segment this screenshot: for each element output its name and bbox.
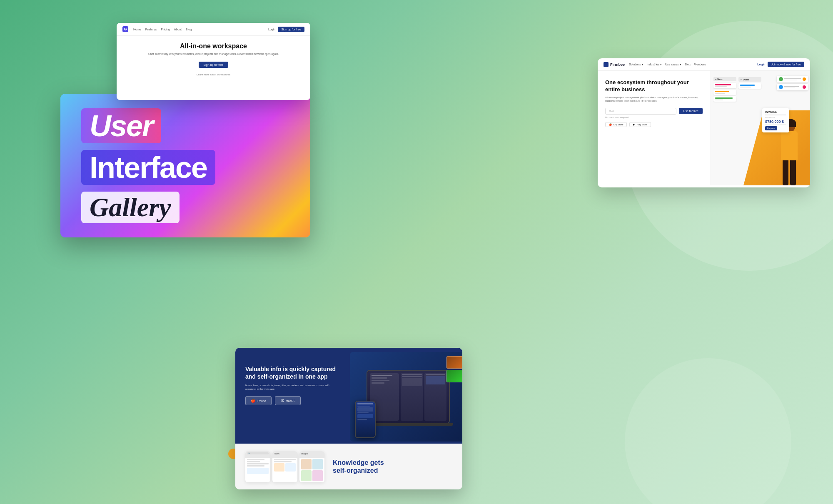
app-store-badge[interactable]: 🍎 App Store [605,122,627,127]
hint-ss-line [247,461,260,462]
firmbee-card: Firmbee Solutions ▾ Industries ▾ Use cas… [598,58,810,187]
nav-about[interactable]: About [174,28,182,31]
hint-ss-flows-body [272,458,297,482]
nav-home[interactable]: Home [133,28,141,31]
workspace-hero: All-in-one workspace Chat seamlessly wit… [117,36,310,81]
photo-thumbnails [446,356,462,382]
firmbee-navbar: Firmbee Solutions ▾ Industries ▾ Use cas… [598,58,810,71]
hint-ss-search-body [245,458,270,482]
hints-laptop-container [350,352,462,442]
uig-user-label: User [90,109,153,142]
app-store-label: App Store [613,123,623,126]
hints-iphone-button[interactable]: 🍎 iPhone [245,396,272,405]
firmbee-nav-right: Login Join now & use for free [757,62,804,67]
invoice-pay-button[interactable]: Pay now [765,126,777,130]
workspace-logo: G [122,26,128,32]
kanban-card-3 [713,96,736,102]
hints-laptop-screen [367,371,449,423]
uig-gallery-label: Gallery [90,192,171,222]
firmbee-hero-text: One ecosystem throughout your entire bus… [598,71,710,185]
hints-hero-section: Sign in Valuable info is quickly capture… [235,348,462,444]
firmbee-join-button[interactable]: Join now & use for free [768,62,804,67]
workspace-cta-button[interactable]: Sign up for free [199,62,229,68]
kanban-card-1 [713,83,736,88]
firmbee-nav-usecases[interactable]: Use cases ▾ [665,63,681,66]
firmbee-login-link[interactable]: Login [757,63,765,66]
hint-ss-line [247,459,264,460]
kanban-card-done-1 [738,83,761,89]
firmbee-nav-freebees[interactable]: Freebees [694,63,706,66]
uig-user-badge: User [81,108,161,143]
mac-icon: ⌘ [280,399,284,403]
firmbee-nav-industries[interactable]: Industries ▾ [647,63,662,66]
nav-pricing[interactable]: Pricing [161,28,170,31]
nav-features[interactable]: Features [145,28,157,31]
firmbee-no-credit-text: No credit card required [605,116,703,119]
hints-macos-button[interactable]: ⌘ macOS [275,396,301,405]
uig-card: User Interface Gallery [60,94,310,237]
kanban-col-done: ✓ Done [738,77,761,103]
firmbee-title: One ecosystem throughout your entire bus… [605,79,703,93]
workspace-title: All-in-one workspace [125,42,302,50]
hint-ss-line [274,461,292,462]
hints-subtitle: Notes, links, screenshots, tasks, files,… [245,384,337,391]
workspace-card: G Home Features Pricing About Blog Login… [117,23,310,100]
workspace-signup-button[interactable]: Sign up for free [278,27,304,32]
hint-ss-line [247,465,264,467]
kanban-card-2 [713,90,736,95]
profile-cards [777,76,808,90]
hints-laptop [367,370,450,424]
firmbee-store-badges: 🍎 App Store ▶ Play Store [605,122,703,127]
hint-screenshot-images: Images [299,451,324,482]
hints-screenshots: 🔍 Flows [245,451,324,482]
play-store-badge[interactable]: ▶ Play Store [629,122,651,127]
nav-blog[interactable]: Blog [186,28,192,31]
kanban-new-header: ● New [713,77,736,81]
hint-ss-line [247,463,269,464]
phone-screen [356,402,375,437]
uig-gallery-badge: Gallery [81,192,180,223]
kanban-col-new: ● New [713,77,736,103]
workspace-nav-right: Login Sign up for free [268,27,304,32]
firmbee-use-button[interactable]: Use for free [679,108,703,114]
firmbee-hero: One ecosystem throughout your entire bus… [598,71,810,185]
bg-decoration-bottom [625,358,791,504]
hints-iphone-label: iPhone [257,399,266,402]
firmbee-email-input[interactable]: Mail [605,108,676,115]
hint-screenshot-flows: Flows [272,451,297,482]
invoice-title: INVOICE [765,110,786,113]
workspace-subtitle: Chat seamlessly with your teammates, cre… [125,52,302,56]
firmbee-nav-blog[interactable]: Blog [685,63,691,66]
firmbee-logo-text: Firmbee [610,62,625,67]
hints-hero-text: Sign in Valuable info is quickly capture… [245,355,337,405]
hint-ss-search-header: 🔍 [245,451,270,458]
main-panel [401,373,446,421]
uig-interface-label: Interface [90,151,207,184]
kanban-done-header: ✓ Done [738,77,761,82]
workspace-logo-letter: G [124,27,127,31]
uig-interface-badge: Interface [81,150,215,185]
hints-knowledge-section: Knowledge gets self-organized [333,459,452,474]
firmbee-nav-links: Solutions ▾ Industries ▾ Use cases ▾ Blo… [629,63,753,66]
apple-icon: 🍎 [251,399,255,403]
hints-phone [355,401,376,438]
firmbee-logo: Firmbee [604,62,625,67]
workspace-learn-more[interactable]: Learn more about our features [197,73,230,76]
firmbee-visual: ● New ✓ Done [710,71,810,185]
firmbee-logo-icon [604,62,609,67]
play-icon: ▶ [633,123,635,126]
kanban-board: ● New ✓ Done [713,77,761,103]
workspace-login-link[interactable]: Login [268,28,275,31]
firmbee-invoice: INVOICE Total amount $780,000 $ Pay now [762,108,789,132]
hint-ss-flows-header: Flows [272,451,297,458]
hints-macos-label: macOS [286,399,295,402]
workspace-navbar: G Home Features Pricing About Blog Login… [117,23,310,36]
hints-download-buttons: 🍎 iPhone ⌘ macOS [245,396,337,405]
firmbee-email-row: Mail Use for free [605,108,703,115]
invoice-label: Total amount [765,117,786,119]
hints-card: Sign in Valuable info is quickly capture… [235,348,462,489]
workspace-nav-links: Home Features Pricing About Blog [133,28,263,31]
apple-icon: 🍎 [609,123,612,126]
laptop-base [363,423,453,426]
firmbee-nav-solutions[interactable]: Solutions ▾ [629,63,643,66]
